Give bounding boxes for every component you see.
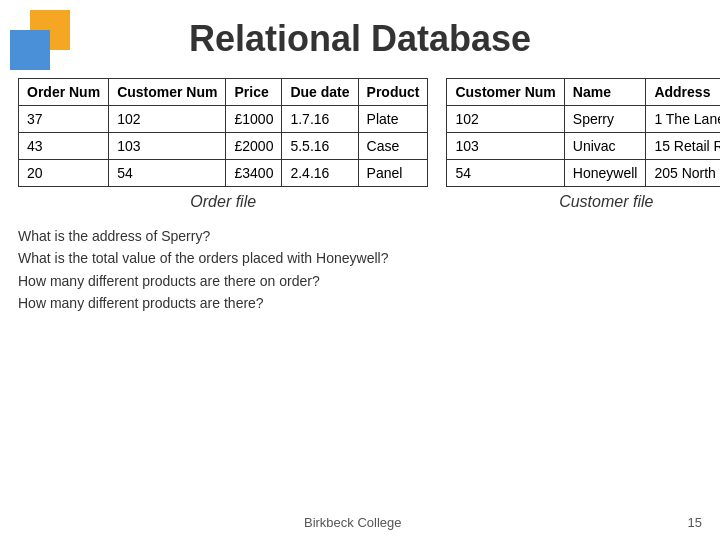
order-table-cell: Plate <box>358 106 428 133</box>
order-table-cell: £3400 <box>226 160 282 187</box>
order-table-header-row: Order Num Customer Num Price Due date Pr… <box>19 79 428 106</box>
customer-table-header-row: Customer Num Name Address <box>447 79 720 106</box>
order-table: Order Num Customer Num Price Due date Pr… <box>18 78 428 187</box>
order-table-cell: 103 <box>109 133 226 160</box>
content-area: Order Num Customer Num Price Due date Pr… <box>0 78 720 211</box>
question-line: What is the address of Sperry? <box>18 225 702 247</box>
order-table-row: 43103£20005.5.16Case <box>19 133 428 160</box>
order-table-cell: 5.5.16 <box>282 133 358 160</box>
decorative-squares <box>10 10 80 80</box>
order-table-cell: 20 <box>19 160 109 187</box>
customer-table-cell: 102 <box>447 106 564 133</box>
order-table-cell: 43 <box>19 133 109 160</box>
customer-table-cell: Sperry <box>564 106 646 133</box>
order-col-customer-num: Customer Num <box>109 79 226 106</box>
order-table-cell: 37 <box>19 106 109 133</box>
order-table-cell: £2000 <box>226 133 282 160</box>
customer-col-num: Customer Num <box>447 79 564 106</box>
customer-table-row: 54Honeywell205 North Street <box>447 160 720 187</box>
customer-table-body: 102Sperry1 The Lane103Univac15 Retail Ro… <box>447 106 720 187</box>
order-file-label: Order file <box>18 193 428 211</box>
order-table-row: 2054£34002.4.16Panel <box>19 160 428 187</box>
order-table-body: 37102£10001.7.16Plate43103£20005.5.16Cas… <box>19 106 428 187</box>
order-col-due-date: Due date <box>282 79 358 106</box>
order-table-cell: 102 <box>109 106 226 133</box>
footer: Birkbeck College 15 <box>0 515 720 530</box>
order-file-section: Order Num Customer Num Price Due date Pr… <box>18 78 428 211</box>
order-col-product: Product <box>358 79 428 106</box>
customer-file-label: Customer file <box>446 193 720 211</box>
order-table-cell: 2.4.16 <box>282 160 358 187</box>
order-col-order-num: Order Num <box>19 79 109 106</box>
customer-col-address: Address <box>646 79 720 106</box>
order-col-price: Price <box>226 79 282 106</box>
footer-center: Birkbeck College <box>304 515 402 530</box>
customer-table-cell: 1 The Lane <box>646 106 720 133</box>
customer-table-cell: 54 <box>447 160 564 187</box>
customer-table-row: 102Sperry1 The Lane <box>447 106 720 133</box>
order-table-cell: Panel <box>358 160 428 187</box>
order-table-cell: 54 <box>109 160 226 187</box>
question-line: How many different products are there on… <box>18 270 702 292</box>
questions-section: What is the address of Sperry?What is th… <box>0 211 720 315</box>
order-table-cell: 1.7.16 <box>282 106 358 133</box>
customer-table-row: 103Univac15 Retail Road <box>447 133 720 160</box>
order-table-row: 37102£10001.7.16Plate <box>19 106 428 133</box>
customer-table-cell: 15 Retail Road <box>646 133 720 160</box>
customer-table: Customer Num Name Address 102Sperry1 The… <box>446 78 720 187</box>
customer-table-cell: Univac <box>564 133 646 160</box>
order-table-cell: Case <box>358 133 428 160</box>
customer-table-cell: 205 North Street <box>646 160 720 187</box>
customer-table-cell: 103 <box>447 133 564 160</box>
questions-list: What is the address of Sperry?What is th… <box>18 225 702 315</box>
customer-col-name: Name <box>564 79 646 106</box>
customer-file-section: Customer Num Name Address 102Sperry1 The… <box>446 78 720 211</box>
customer-table-cell: Honeywell <box>564 160 646 187</box>
page-title: Relational Database <box>0 0 720 60</box>
deco-blue-square <box>10 30 50 70</box>
footer-right: 15 <box>688 515 702 530</box>
question-line: How many different products are there? <box>18 292 702 314</box>
question-line: What is the total value of the orders pl… <box>18 247 702 269</box>
order-table-cell: £1000 <box>226 106 282 133</box>
